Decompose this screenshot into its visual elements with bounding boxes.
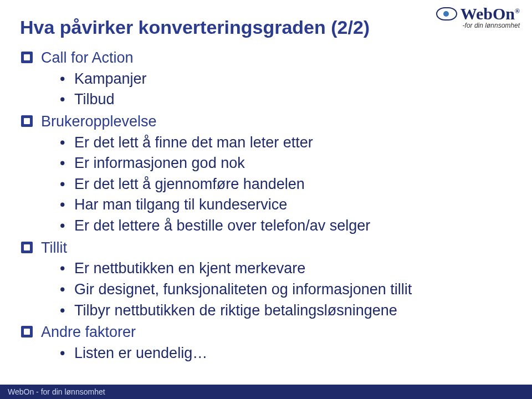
brand-logo: WebOn® -for din lønnsomhet [436,4,520,29]
sub-item: Er informasjonen god nok [60,154,512,173]
sub-item: Er nettbutikken en kjent merkevare [60,259,512,279]
eye-icon [436,7,457,21]
logo-name: WebOn [461,4,515,23]
bullet-item: Brukeropplevelse Er det lett å finne det… [20,112,512,236]
sub-item: Tilbud [60,90,512,110]
bullet-item: Call for Action Kampanjer Tilbud [20,48,512,110]
slide-body: Call for Action Kampanjer Tilbud Brukero… [20,48,512,363]
bullet-label: Andre faktorer [41,324,136,340]
sub-list: Kampanjer Tilbud [41,69,512,110]
bullet-item: Andre faktorer Listen er uendelig… [20,323,512,363]
sub-item: Gir designet, funksjonaliteten og inform… [60,280,512,300]
sub-item: Er det lett å finne det man leter etter [60,133,512,153]
footer-text: WebOn - for din lønnsomhet [8,387,105,396]
sub-item: Er det lett å gjennomføre handelen [60,175,512,195]
sub-item: Har man tilgang til kundeservice [60,195,512,215]
slide: WebOn® -for din lønnsomhet Hva påvirker … [0,0,532,399]
footer-bar: WebOn - for din lønnsomhet [0,385,532,399]
sub-list: Listen er uendelig… [41,344,512,364]
sub-item: Kampanjer [60,69,512,89]
sub-item: Tilbyr nettbutikken de riktige betalings… [60,301,512,321]
bullet-label: Tillit [41,239,67,256]
sub-list: Er nettbutikken en kjent merkevare Gir d… [41,259,512,320]
sub-item: Er det lettere å bestille over telefon/a… [60,216,512,236]
bullet-label: Brukeropplevelse [41,113,157,130]
sub-list: Er det lett å finne det man leter etter … [41,133,512,236]
logo-text: WebOn® [461,4,520,23]
registered-mark: ® [515,7,520,15]
bullet-list: Call for Action Kampanjer Tilbud Brukero… [20,48,512,363]
sub-item: Listen er uendelig… [60,344,512,364]
bullet-label: Call for Action [41,49,134,66]
logo-row: WebOn® [436,4,520,23]
bullet-item: Tillit Er nettbutikken en kjent merkevar… [20,238,512,321]
